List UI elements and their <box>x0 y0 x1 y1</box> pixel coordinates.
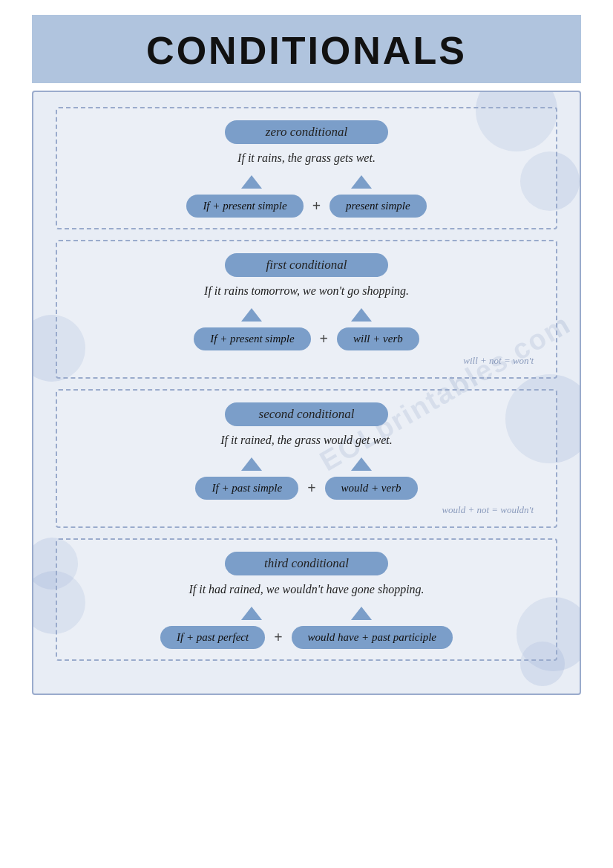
third-arrow-left <box>241 607 262 620</box>
first-left-pill: If + present simple <box>194 327 310 350</box>
second-conditional-title: second conditional <box>225 402 388 426</box>
first-conditional-title: first conditional <box>225 253 388 277</box>
first-arrows <box>72 308 541 322</box>
zero-plus: + <box>312 198 321 215</box>
zero-formula: If + present simple + present simple <box>72 195 541 218</box>
second-arrow-right <box>351 457 372 471</box>
main-card: EOLprintables.com zero conditional If it… <box>32 91 581 695</box>
second-plus: + <box>307 480 315 497</box>
zero-conditional-title: zero conditional <box>225 120 388 144</box>
section-zero-conditional: zero conditional If it rains, the grass … <box>56 107 557 229</box>
section-third-conditional: third conditional If it had rained, we w… <box>56 538 557 661</box>
first-conditional-example: If it rains tomorrow, we won't go shoppi… <box>72 284 541 298</box>
section-first-conditional: first conditional If it rains tomorrow, … <box>56 240 557 379</box>
second-note: would + not = wouldn't <box>72 504 541 516</box>
third-left-pill: If + past perfect <box>160 626 265 649</box>
title-bar: CONDITIONALS <box>32 15 581 83</box>
second-formula: If + past simple + would + verb <box>72 477 541 500</box>
zero-conditional-example: If it rains, the grass gets wet. <box>72 151 541 165</box>
first-right-pill: will + verb <box>337 327 419 350</box>
zero-right-pill: present simple <box>330 195 427 218</box>
first-note: will + not = won't <box>72 355 541 367</box>
section-second-conditional: second conditional If it rained, the gra… <box>56 389 557 528</box>
first-formula: If + present simple + will + verb <box>72 327 541 350</box>
page: CONDITIONALS EOLprintables.com zero cond… <box>32 15 581 695</box>
second-conditional-example: If it rained, the grass would get wet. <box>72 434 541 447</box>
third-formula: If + past perfect + would have + past pa… <box>72 626 541 649</box>
third-plus: + <box>274 629 282 646</box>
third-conditional-example: If it had rained, we wouldn't have gone … <box>72 583 541 596</box>
first-arrow-right <box>351 308 372 322</box>
third-right-pill: would have + past participle <box>292 626 453 649</box>
second-left-pill: If + past simple <box>195 477 298 500</box>
first-plus: + <box>320 330 328 347</box>
zero-left-pill: If + present simple <box>186 195 303 218</box>
zero-arrow-left <box>241 175 262 189</box>
third-arrows <box>72 607 541 620</box>
third-arrow-right <box>351 607 372 620</box>
second-right-pill: would + verb <box>325 477 418 500</box>
page-title: CONDITIONALS <box>39 28 574 73</box>
second-arrow-left <box>241 457 262 471</box>
third-conditional-title: third conditional <box>225 552 388 575</box>
zero-arrow-right <box>351 175 372 189</box>
first-arrow-left <box>241 308 262 322</box>
second-arrows <box>72 457 541 471</box>
zero-arrows <box>72 175 541 189</box>
